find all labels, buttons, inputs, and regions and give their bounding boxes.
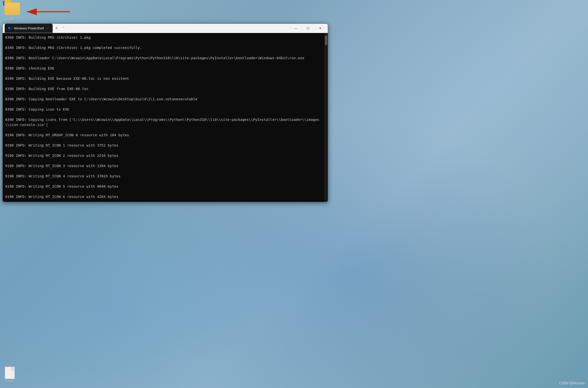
terminal-output: 8360 INFO: Building PKG (CArchive) 1.pkg… <box>3 33 328 202</box>
desktop-folder-icon[interactable]: dist <box>2 2 22 21</box>
terminal-line: 9190 INFO: Writing RT_ICON 4 resource wi… <box>5 174 325 179</box>
terminal-line: 8390 INFO: Bootloader C:\Users\Wcowin\Ap… <box>5 55 325 61</box>
folder-label: dist <box>2 17 22 21</box>
minimize-button[interactable]: — <box>290 25 301 32</box>
watermark: CSDN @Wcowin <box>559 381 585 385</box>
close-button[interactable]: ✕ <box>315 25 326 32</box>
terminal-line: 8380 INFO: Building PKG (CArchive) 1.pkg… <box>5 45 325 50</box>
spec-file-icon[interactable]: 1.spec <box>2 367 17 383</box>
tab-label: Windows PowerShell <box>14 26 44 30</box>
new-tab-button[interactable]: + <box>53 25 60 32</box>
terminal-line: 8390 INFO: checking EXE <box>5 66 325 71</box>
terminal-line: 8390 INFO: Building EXE because EXE-00.t… <box>5 76 325 81</box>
scrollbar-thumb[interactable] <box>325 35 327 45</box>
terminal-text: 8360 INFO: Building PKG (CArchive) 1.pkg… <box>5 35 325 202</box>
terminal-line: 8360 INFO: Building PKG (CArchive) 1.pkg <box>5 35 325 40</box>
powershell-window: >_ Windows PowerShell ✕ + ˅ — ☐ ✕ 8360 I… <box>2 24 328 202</box>
tab-area: >_ Windows PowerShell ✕ + ˅ <box>5 24 289 33</box>
terminal-line: 8390 INFO: Copying icon to EXE <box>5 107 325 112</box>
powershell-icon: >_ <box>8 26 12 31</box>
terminal-line: 9190 INFO: Writing RT_ICON 2 resource wi… <box>5 153 325 158</box>
terminal-line: 8390 INFO: Copying bootloader EXE to C:\… <box>5 97 325 102</box>
title-bar: >_ Windows PowerShell ✕ + ˅ — ☐ ✕ <box>3 24 328 33</box>
scrollbar[interactable] <box>324 33 328 202</box>
terminal-line: 9190 INFO: Writing RT_ICON 3 resource wi… <box>5 163 325 169</box>
tab-dropdown-button[interactable]: ˅ <box>60 25 66 31</box>
terminal-line: 9190 INFO: Writing RT_GROUP_ICON 0 resou… <box>5 133 325 138</box>
spec-file-graphic <box>5 367 15 379</box>
terminal-line: 9190 INFO: Writing RT_ICON 1 resource wi… <box>5 143 325 148</box>
tab-close-button[interactable]: ✕ <box>46 26 50 30</box>
maximize-button[interactable]: ☐ <box>302 25 314 32</box>
powershell-tab[interactable]: >_ Windows PowerShell ✕ <box>5 24 53 33</box>
terminal-line: 8390 INFO: Copying icons from ['C:\\User… <box>5 117 325 127</box>
terminal-line: 8390 INFO: Building EXE from EXE-00.toc <box>5 86 325 92</box>
folder-graphic <box>4 2 20 15</box>
spec-file-label: 1.spec <box>2 380 17 383</box>
window-controls: — ☐ ✕ <box>290 25 326 32</box>
red-arrow-annotation <box>22 7 71 17</box>
terminal-line: 9190 INFO: Writing RT_ICON 5 resource wi… <box>5 184 325 189</box>
terminal-line: 9190 INFO: Writing RT_ICON 6 resource wi… <box>5 194 325 199</box>
